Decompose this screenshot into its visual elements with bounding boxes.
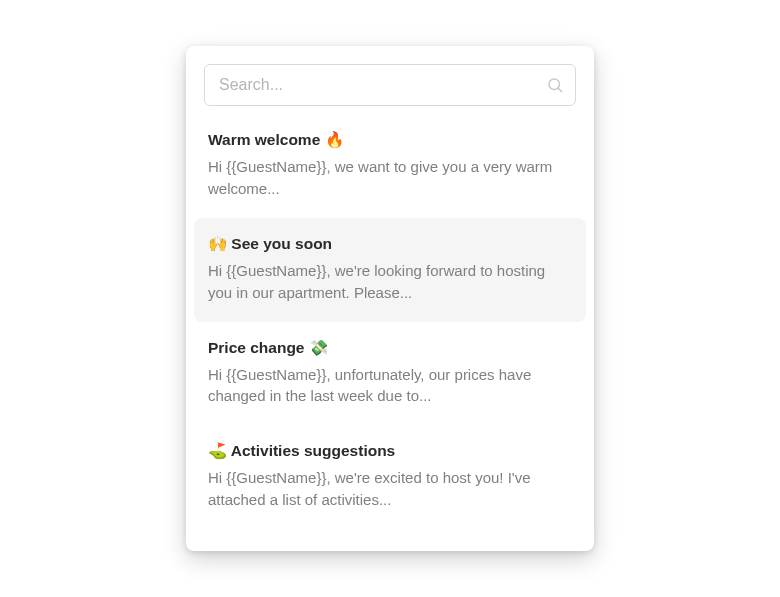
templates-panel: Warm welcome 🔥 Hi {{GuestName}}, we want… bbox=[186, 46, 594, 551]
template-preview: Hi {{GuestName}}, we're looking forward … bbox=[208, 260, 572, 304]
template-preview: Hi {{GuestName}}, unfortunately, our pri… bbox=[208, 364, 572, 408]
template-preview: Hi {{GuestName}}, we want to give you a … bbox=[208, 156, 572, 200]
template-title: 🙌 See you soon bbox=[208, 234, 572, 254]
template-title: Price change 💸 bbox=[208, 338, 572, 358]
template-item[interactable]: Price change 💸 Hi {{GuestName}}, unfortu… bbox=[186, 322, 594, 426]
template-item[interactable]: ⛳ Activities suggestions Hi {{GuestName}… bbox=[186, 425, 594, 529]
template-item[interactable]: 🙌 See you soon Hi {{GuestName}}, we're l… bbox=[194, 218, 586, 322]
search-container bbox=[186, 64, 594, 114]
template-title: ⛳ Activities suggestions bbox=[208, 441, 572, 461]
templates-list: Warm welcome 🔥 Hi {{GuestName}}, we want… bbox=[186, 114, 594, 529]
template-preview: Hi {{GuestName}}, we're excited to host … bbox=[208, 467, 572, 511]
template-item[interactable]: Warm welcome 🔥 Hi {{GuestName}}, we want… bbox=[186, 114, 594, 218]
template-title: Warm welcome 🔥 bbox=[208, 130, 572, 150]
search-box bbox=[204, 64, 576, 106]
search-input[interactable] bbox=[204, 64, 576, 106]
